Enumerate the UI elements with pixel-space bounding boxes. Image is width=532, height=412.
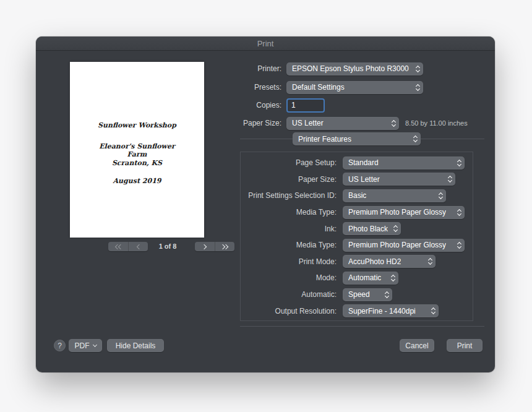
popup-chevrons-icon	[457, 241, 461, 249]
presets-value: Default Settings	[292, 83, 345, 92]
ink-value: Photo Black	[348, 225, 388, 233]
cancel-button[interactable]: Cancel	[400, 339, 434, 352]
print-settings-id-popup[interactable]: Basic	[343, 189, 446, 202]
paper-dimensions-label: 8.50 by 11.00 inches	[405, 119, 468, 127]
first-page-button[interactable]	[108, 242, 128, 251]
popup-chevrons-icon	[457, 158, 461, 167]
pagination-forward-group	[195, 242, 234, 251]
pane-selector-value: Printer Features	[298, 135, 351, 144]
print-settings-id-label: Print Settings Selection ID:	[241, 191, 337, 200]
output-resolution-value: SuperFine - 1440dpi	[348, 307, 416, 315]
help-button[interactable]: ?	[54, 340, 66, 351]
pane-selector-popup[interactable]: Printer Features	[293, 132, 421, 145]
feature-row: Print Settings Selection ID: Basic	[241, 187, 473, 204]
print-settings-id-value: Basic	[348, 191, 366, 200]
popup-chevrons-icon	[457, 208, 461, 217]
media-type-label: Media Type:	[241, 208, 337, 217]
last-page-button[interactable]	[215, 242, 234, 251]
paper-size-popup[interactable]: US Letter	[286, 117, 399, 130]
print-button-label: Print	[457, 341, 473, 350]
popup-chevrons-icon	[447, 175, 452, 184]
pdf-button-label: PDF	[75, 341, 90, 350]
popup-chevrons-icon	[413, 135, 418, 144]
popup-chevrons-icon	[393, 225, 398, 233]
popup-chevrons-icon	[391, 119, 396, 127]
printer-value: EPSON Epson Stylus Photo R3000	[292, 64, 409, 73]
presets-label: Presets:	[160, 83, 281, 92]
popup-chevrons-icon	[427, 257, 432, 266]
chevron-left-icon	[136, 244, 141, 249]
automatic-value: Speed	[348, 290, 370, 299]
automatic-popup[interactable]: Speed	[343, 288, 392, 301]
question-mark-icon: ?	[58, 341, 62, 350]
feature-row: Ink: Photo Black	[241, 220, 473, 237]
popup-chevrons-icon	[438, 191, 443, 200]
popup-chevrons-icon	[415, 83, 420, 92]
mode-value: Automatic	[348, 273, 381, 282]
preview-line-date: August 2019	[91, 177, 184, 186]
feature-row: Output Resolution: SuperFine - 1440dpi	[241, 303, 473, 319]
feature-row: Media Type: Premium Photo Paper Glossy	[241, 204, 473, 221]
page-setup-popup[interactable]: Standard	[343, 157, 465, 170]
page-setup-label: Page Setup:	[241, 158, 337, 167]
footer-separator-line	[240, 326, 484, 327]
feature-paper-size-value: US Letter	[348, 175, 380, 184]
popup-chevrons-icon	[415, 64, 420, 73]
media-type-2-value: Premium Photo Paper Glossy	[348, 241, 446, 249]
feature-row: Automatic: Speed	[241, 286, 473, 303]
media-type-popup[interactable]: Premium Photo Paper Glossy	[343, 206, 465, 219]
preview-pagination: 1 of 8	[70, 242, 204, 252]
hide-details-label: Hide Details	[116, 341, 156, 350]
print-mode-popup[interactable]: AccuPhoto HD2	[343, 255, 435, 268]
feature-row: Print Mode: AccuPhoto HD2	[241, 254, 473, 270]
ink-label: Ink:	[241, 225, 337, 233]
presets-popup[interactable]: Default Settings	[286, 81, 423, 94]
preview-line-city: Scranton, KS	[91, 159, 184, 168]
feature-row: Page Setup: Standard	[241, 155, 473, 171]
copies-label: Copies:	[160, 101, 281, 109]
printer-row: Printer: EPSON Epson Stylus Photo R3000	[160, 62, 423, 75]
next-page-button[interactable]	[195, 242, 215, 251]
feature-paper-size-label: Paper Size:	[241, 175, 337, 184]
print-mode-label: Print Mode:	[241, 257, 337, 266]
feature-paper-size-popup[interactable]: US Letter	[343, 173, 455, 186]
page-setup-value: Standard	[348, 158, 379, 167]
feature-row: Paper Size: US Letter	[241, 171, 473, 188]
chevron-right-icon	[223, 244, 228, 249]
cancel-button-label: Cancel	[405, 341, 428, 350]
hide-details-button[interactable]: Hide Details	[107, 339, 164, 352]
automatic-label: Automatic:	[241, 290, 337, 299]
presets-row: Presets: Default Settings	[160, 80, 423, 94]
copies-input[interactable]	[286, 98, 325, 113]
print-mode-value: AccuPhoto HD2	[348, 257, 401, 266]
output-resolution-popup[interactable]: SuperFine - 1440dpi	[343, 304, 439, 317]
chevron-down-icon	[92, 342, 97, 346]
printer-features-group: Page Setup: Standard Paper Size: US Lett…	[240, 152, 473, 321]
window-title: Print	[257, 39, 274, 48]
paper-size-row: Paper Size: US Letter 8.50 by 11.00 inch…	[160, 116, 468, 130]
paper-size-label: Paper Size:	[160, 119, 281, 127]
print-button[interactable]: Print	[447, 339, 483, 352]
popup-chevrons-icon	[431, 307, 435, 315]
page-position-label: 1 of 8	[149, 242, 186, 250]
output-resolution-label: Output Resolution:	[241, 307, 337, 315]
pagination-back-group	[108, 242, 148, 251]
mode-label: Mode:	[241, 273, 337, 282]
printer-label: Printer:	[160, 64, 281, 73]
chevron-right-icon	[202, 244, 207, 249]
pdf-menu-button[interactable]: PDF	[69, 339, 102, 352]
print-dialog-window: Print Sunflower Workshop Eleanor's Sunfl…	[36, 36, 495, 372]
ink-popup[interactable]: Photo Black	[343, 222, 401, 235]
previous-page-button[interactable]	[128, 242, 148, 251]
feature-row: Media Type: Premium Photo Paper Glossy	[241, 237, 473, 254]
mode-popup[interactable]: Automatic	[343, 272, 398, 285]
window-titlebar[interactable]: Print	[36, 36, 495, 51]
media-type-2-label: Media Type:	[241, 241, 337, 249]
popup-chevrons-icon	[390, 273, 395, 282]
printer-popup[interactable]: EPSON Epson Stylus Photo R3000	[286, 62, 423, 75]
preview-document-text: Sunflower Workshop Eleanor's Sunflower F…	[91, 121, 184, 186]
media-type-2-popup[interactable]: Premium Photo Paper Glossy	[343, 239, 465, 252]
paper-size-value: US Letter	[292, 119, 324, 127]
popup-chevrons-icon	[384, 290, 389, 299]
preview-line-org: Eleanor's Sunflower Farm	[91, 142, 184, 159]
